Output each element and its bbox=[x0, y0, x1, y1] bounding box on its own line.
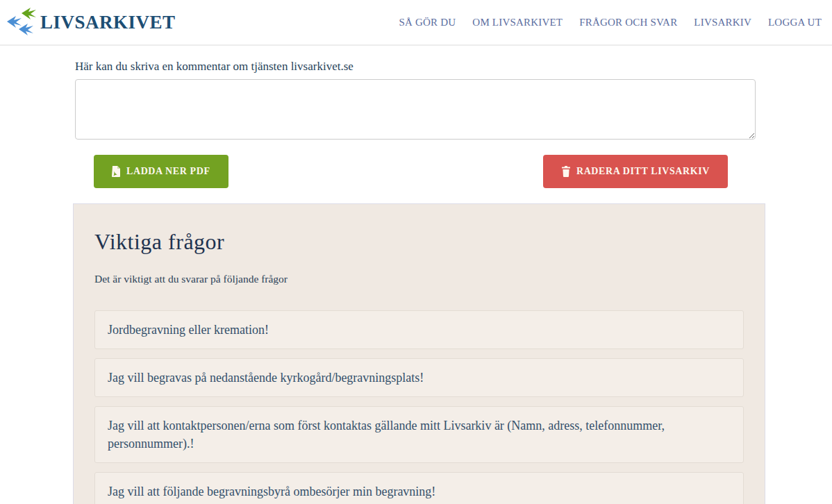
pdf-file-icon bbox=[112, 166, 121, 177]
important-questions-panel: Viktiga frågor Det är viktigt att du sva… bbox=[73, 203, 765, 504]
logo-text: LIVSARKIVET bbox=[40, 12, 176, 33]
swallow-birds-icon bbox=[7, 5, 39, 40]
question-item-burial-place[interactable]: Jag vill begravas på nedanstående kyrkog… bbox=[94, 358, 744, 397]
page: LIVSARKIVET SÅ GÖR DU OM LIVSARKIVET FRÅ… bbox=[0, 0, 832, 504]
nav-item-om-livsarkivet[interactable]: OM LIVSARKIVET bbox=[472, 17, 563, 28]
delete-livsarkiv-button[interactable]: RADERA DITT LIVSARKIV bbox=[543, 155, 728, 188]
header: LIVSARKIVET SÅ GÖR DU OM LIVSARKIVET FRÅ… bbox=[0, 0, 832, 46]
nav-item-livsarkiv[interactable]: LIVSARKIV bbox=[694, 17, 751, 28]
comment-label: Här kan du skriva en kommentar om tjänst… bbox=[75, 60, 832, 74]
panel-subtitle: Det är viktigt att du svarar på följande… bbox=[94, 273, 744, 285]
download-pdf-label: LADDA NER PDF bbox=[126, 166, 210, 177]
actions-row: LADDA NER PDF RADERA DITT LIVSARKIV bbox=[94, 155, 728, 188]
nav-item-fragor-och-svar[interactable]: FRÅGOR OCH SVAR bbox=[579, 17, 677, 28]
delete-livsarkiv-label: RADERA DITT LIVSARKIV bbox=[576, 166, 710, 177]
nav-item-logga-ut[interactable]: LOGGA UT bbox=[768, 17, 822, 28]
panel-title: Viktiga frågor bbox=[94, 229, 744, 255]
livsarkivet-logo[interactable]: LIVSARKIVET bbox=[7, 5, 176, 40]
question-item-contact-persons[interactable]: Jag vill att kontaktpersonen/erna som fö… bbox=[94, 406, 744, 463]
question-item-funeral-home[interactable]: Jag vill att följande begravningsbyrå om… bbox=[94, 472, 744, 504]
question-item-burial-or-cremation[interactable]: Jordbegravning eller kremation! bbox=[94, 310, 744, 349]
nav-item-sa-gor-du[interactable]: SÅ GÖR DU bbox=[399, 17, 456, 28]
comment-input[interactable] bbox=[75, 79, 756, 140]
main-nav: SÅ GÖR DU OM LIVSARKIVET FRÅGOR OCH SVAR… bbox=[383, 17, 822, 28]
trash-icon bbox=[561, 166, 571, 177]
download-pdf-button[interactable]: LADDA NER PDF bbox=[94, 155, 228, 188]
